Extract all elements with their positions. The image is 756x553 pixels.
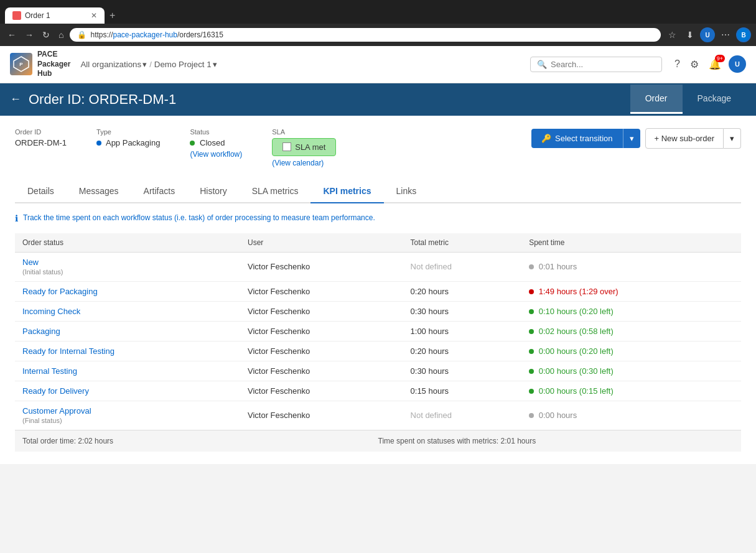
address-bar[interactable]: 🔒 https://pace-packager-hub/orders/16315 (70, 28, 661, 42)
tab-title: Order 1 (25, 11, 50, 20)
org-nav: All organizations ▾ / Demo Project 1 ▾ (80, 60, 217, 69)
kpi-table-header-row: Order status User Total metric Spent tim… (15, 233, 741, 253)
forward-button[interactable]: → (22, 27, 36, 42)
spent-extra: (0:30 left) (579, 366, 614, 376)
header-icons: ? ⚙ 🔔 9+ U (672, 55, 746, 73)
back-to-orders-button[interactable]: ← (10, 93, 21, 106)
search-bar[interactable]: 🔍 (530, 57, 662, 72)
org-selector[interactable]: All organizations ▾ (80, 60, 147, 69)
browser-user-avatar[interactable]: U (700, 27, 715, 42)
download-button[interactable]: ⬇ (683, 27, 698, 42)
cell-total-metric: 0:30 hours (403, 301, 522, 321)
cell-total-metric: 0:20 hours (403, 341, 522, 361)
bing-button[interactable]: B (736, 27, 751, 42)
sub-label: (Final status) (22, 417, 62, 424)
type-dot (96, 141, 101, 146)
help-button[interactable]: ? (672, 56, 683, 72)
project-selector[interactable]: Demo Project 1 ▾ (154, 60, 217, 69)
url-highlight: pace-packager-hub (113, 30, 177, 39)
kpi-table-body: New (Initial status) Victor Feschenko No… (15, 252, 741, 430)
meta-actions: 🔑 Select transition ▾ + New sub-order ▾ (531, 128, 741, 149)
cell-user: Victor Feschenko (240, 301, 403, 321)
table-row: Internal Testing Victor Feschenko 0:30 h… (15, 361, 741, 381)
close-tab-button[interactable]: ✕ (91, 11, 97, 20)
cell-user: Victor Feschenko (240, 381, 403, 401)
cell-status: Ready for Internal Testing (15, 341, 240, 361)
status-link[interactable]: Internal Testing (22, 366, 77, 376)
back-button[interactable]: ← (5, 27, 19, 42)
settings-button[interactable]: ⚙ (688, 56, 701, 73)
status-link[interactable]: Incoming Check (22, 307, 80, 316)
cell-spent-time: 0:00 hours (0:20 left) (521, 341, 741, 361)
table-row: Ready for Packaging Victor Feschenko 0:2… (15, 281, 741, 301)
spent-dot (529, 329, 534, 334)
order-id-label: Order ID (15, 128, 67, 136)
status-link[interactable]: Customer Approval (22, 406, 91, 416)
status-link[interactable]: New (22, 258, 39, 267)
search-input[interactable] (551, 60, 655, 69)
view-calendar-link[interactable]: (View calendar) (272, 159, 336, 167)
order-header-bar: ← Order ID: ORDER-DM-1 Order Package (0, 83, 756, 116)
more-button[interactable]: ⋯ (717, 27, 734, 42)
col-user: User (240, 233, 403, 253)
cell-status: New (Initial status) (15, 252, 240, 281)
cell-spent-time: 0:02 hours (0:58 left) (521, 321, 741, 341)
spent-value: 0:00 hours (539, 411, 577, 420)
url-path: /orders/16315 (177, 30, 223, 39)
order-id-value: ORDER-DM-1 (15, 138, 67, 147)
browser-tab-active[interactable]: Order 1 ✕ (5, 7, 105, 24)
bookmark-button[interactable]: ☆ (665, 27, 680, 42)
new-sub-order-button-group: + New sub-order ▾ (645, 128, 741, 149)
reload-button[interactable]: ↻ (40, 27, 52, 42)
kpi-footer-metrics: Time spent on statuses with metrics: 2:0… (378, 437, 734, 445)
cell-spent-time: 0:00 hours (0:30 left) (521, 361, 741, 381)
kpi-footer-total: Total order time: 2:02 hours (22, 437, 378, 445)
browser-nav: ← → ↻ ⌂ 🔒 https://pace-packager-hub/orde… (0, 24, 756, 46)
cell-status: Ready for Packaging (15, 281, 240, 301)
new-sub-order-button[interactable]: + New sub-order (645, 128, 724, 149)
table-row: New (Initial status) Victor Feschenko No… (15, 252, 741, 281)
table-row: Packaging Victor Feschenko 1:00 hours 0:… (15, 321, 741, 341)
cell-spent-time: 0:10 hours (0:20 left) (521, 301, 741, 321)
cell-total-metric: 1:00 hours (403, 321, 522, 341)
logo: P PACE Packager Hub (10, 50, 70, 79)
transition-icon: 🔑 (541, 134, 551, 143)
status-dot (190, 141, 195, 146)
spent-dot (529, 264, 534, 269)
new-tab-button[interactable]: + (105, 7, 120, 24)
cell-status: Incoming Check (15, 301, 240, 321)
sla-badge: SLA met (272, 138, 336, 156)
logo-icon: P (10, 53, 32, 75)
new-sub-order-dropdown-button[interactable]: ▾ (724, 128, 741, 149)
meta-status: Status Closed (View workflow) (190, 128, 242, 159)
status-link[interactable]: Ready for Internal Testing (22, 346, 114, 356)
tab-details[interactable]: Details (15, 180, 67, 203)
status-link[interactable]: Packaging (22, 327, 60, 336)
tab-kpi-metrics[interactable]: KPI metrics (310, 180, 383, 203)
status-link[interactable]: Ready for Packaging (22, 287, 98, 296)
home-button[interactable]: ⌂ (56, 27, 66, 42)
view-workflow-link[interactable]: (View workflow) (190, 150, 242, 159)
table-row: Ready for Internal Testing Victor Fesche… (15, 341, 741, 361)
select-transition-dropdown-button[interactable]: ▾ (623, 129, 640, 148)
select-transition-button[interactable]: 🔑 Select transition (531, 129, 623, 148)
spent-dot (529, 349, 534, 354)
tab-order[interactable]: Order (630, 85, 683, 114)
tab-package[interactable]: Package (683, 85, 746, 114)
tab-history[interactable]: History (187, 180, 240, 203)
cell-spent-time: 1:49 hours (1:29 over) (521, 281, 741, 301)
tab-sla-metrics[interactable]: SLA metrics (240, 180, 311, 203)
tab-links[interactable]: Links (384, 180, 429, 203)
tab-artifacts[interactable]: Artifacts (131, 180, 188, 203)
tab-bar: Order 1 ✕ + (0, 0, 756, 24)
notifications-button[interactable]: 🔔 9+ (706, 56, 724, 73)
user-avatar[interactable]: U (729, 55, 746, 73)
sla-badge-text: SLA met (295, 142, 325, 152)
col-order-status: Order status (15, 233, 240, 253)
cell-user: Victor Feschenko (240, 252, 403, 281)
spent-value: 0:00 hours (539, 346, 577, 356)
status-link[interactable]: Ready for Delivery (22, 386, 89, 396)
sub-label: (Initial status) (22, 268, 63, 276)
table-row: Incoming Check Victor Feschenko 0:30 hou… (15, 301, 741, 321)
tab-messages[interactable]: Messages (67, 180, 131, 203)
